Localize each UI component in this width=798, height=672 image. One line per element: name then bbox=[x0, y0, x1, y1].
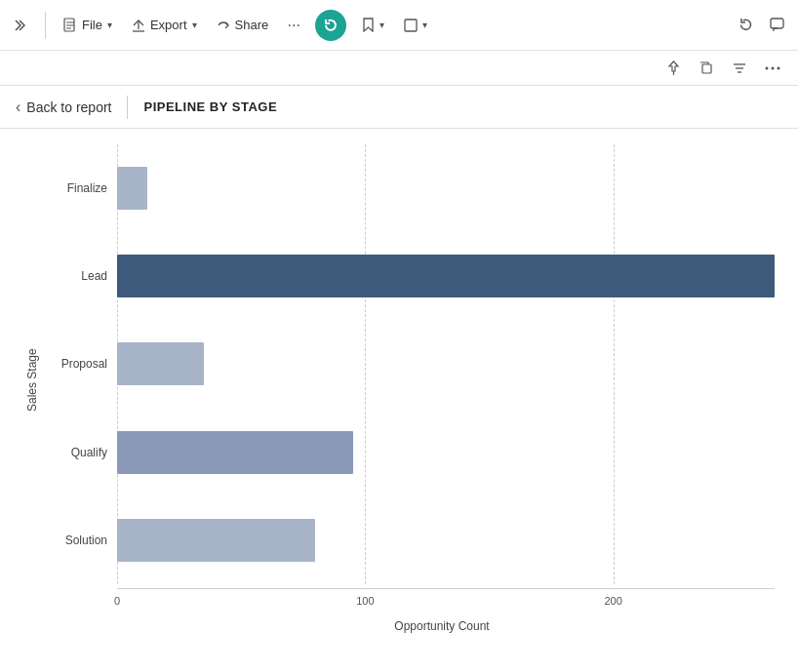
bar-label: Solution bbox=[49, 534, 117, 547]
view-button[interactable]: ▾ bbox=[396, 15, 435, 36]
y-axis-label: Sales Stage bbox=[23, 144, 41, 615]
pin-button[interactable] bbox=[659, 55, 687, 82]
chart-container: Sales Stage Finalize Lead Proposal Quali… bbox=[0, 129, 798, 672]
back-label: Back to report bbox=[26, 99, 111, 115]
bookmark-button[interactable]: ▾ bbox=[354, 14, 392, 36]
bar-track bbox=[117, 519, 775, 562]
svg-rect-2 bbox=[405, 20, 417, 31]
expand-panel-button[interactable] bbox=[8, 12, 35, 39]
file-chevron: ▾ bbox=[107, 20, 112, 30]
bar-fill[interactable] bbox=[117, 342, 204, 385]
x-tick-label: 0 bbox=[114, 595, 120, 607]
chart-plot: Finalize Lead Proposal Qualify Solution … bbox=[49, 144, 775, 615]
file-menu-button[interactable]: File ▾ bbox=[56, 14, 120, 37]
svg-point-10 bbox=[772, 66, 775, 69]
file-label: File bbox=[82, 18, 102, 32]
bar-row: Lead bbox=[49, 242, 775, 310]
bar-row: Proposal bbox=[49, 330, 775, 398]
bar-fill[interactable] bbox=[117, 431, 353, 474]
bar-label: Qualify bbox=[49, 446, 117, 459]
view-chevron: ▾ bbox=[422, 20, 427, 30]
secondary-toolbar bbox=[0, 51, 798, 86]
bar-label: Proposal bbox=[49, 357, 117, 371]
bars-area: Finalize Lead Proposal Qualify Solution bbox=[49, 144, 775, 584]
bar-label: Lead bbox=[49, 269, 117, 283]
filter-button[interactable] bbox=[726, 55, 753, 82]
bar-label: Finalize bbox=[49, 181, 117, 195]
bar-fill[interactable] bbox=[117, 255, 775, 297]
page-header: ‹ Back to report PIPELINE BY STAGE bbox=[0, 86, 798, 129]
more-options-button[interactable] bbox=[759, 55, 786, 82]
bar-track bbox=[117, 431, 775, 474]
x-axis: 0100200 bbox=[117, 588, 775, 615]
toolbar-left: File ▾ Export ▾ Share ··· bbox=[8, 10, 435, 41]
share-label: Share bbox=[235, 18, 269, 32]
chart-inner: Sales Stage Finalize Lead Proposal Quali… bbox=[23, 144, 775, 615]
bar-track bbox=[117, 342, 775, 385]
x-tick-label: 200 bbox=[604, 595, 621, 607]
main-toolbar: File ▾ Export ▾ Share ··· bbox=[0, 0, 798, 51]
svg-rect-5 bbox=[702, 64, 711, 73]
header-separator bbox=[127, 96, 128, 119]
bookmark-chevron: ▾ bbox=[379, 20, 384, 30]
toolbar-right bbox=[732, 12, 790, 39]
export-label: Export bbox=[150, 18, 187, 32]
bar-rows: Finalize Lead Proposal Qualify Solution bbox=[49, 144, 775, 584]
toolbar-more-button[interactable]: ··· bbox=[280, 12, 307, 39]
export-menu-button[interactable]: Export ▾ bbox=[124, 14, 205, 36]
toolbar-separator bbox=[45, 12, 46, 39]
toolbar-reload-button[interactable] bbox=[732, 12, 759, 39]
bar-fill[interactable] bbox=[117, 167, 147, 210]
bar-row: Qualify bbox=[49, 418, 775, 487]
copy-visual-button[interactable] bbox=[693, 55, 720, 82]
bar-track bbox=[117, 167, 775, 210]
export-chevron: ▾ bbox=[192, 20, 197, 30]
bar-row: Solution bbox=[49, 506, 775, 574]
bar-track bbox=[117, 255, 775, 297]
bar-row: Finalize bbox=[49, 154, 775, 222]
refresh-button[interactable] bbox=[315, 10, 346, 41]
comments-button[interactable] bbox=[763, 12, 790, 39]
x-tick-label: 100 bbox=[356, 595, 374, 607]
share-button[interactable]: Share bbox=[209, 14, 277, 36]
svg-rect-3 bbox=[771, 19, 783, 28]
x-axis-label: Opportunity Count bbox=[109, 619, 775, 633]
page-title: PIPELINE BY STAGE bbox=[143, 99, 277, 114]
svg-point-11 bbox=[778, 66, 780, 69]
back-to-report-button[interactable]: ‹ Back to report bbox=[16, 99, 111, 116]
svg-point-9 bbox=[766, 66, 769, 69]
back-chevron-icon: ‹ bbox=[16, 99, 20, 116]
bar-fill[interactable] bbox=[117, 519, 315, 562]
